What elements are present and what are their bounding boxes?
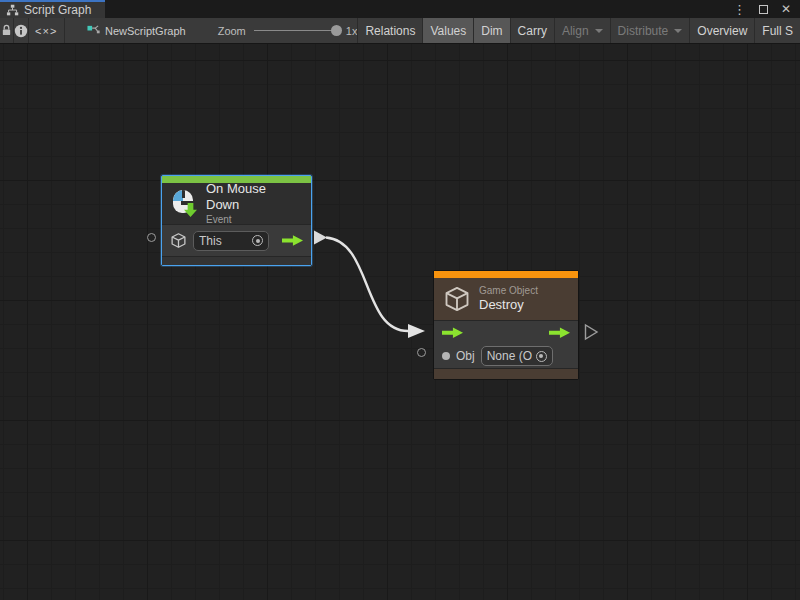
flow-port-row <box>434 321 578 345</box>
node-title: Destroy <box>479 297 538 313</box>
flow-output-arrow-icon[interactable] <box>549 327 570 339</box>
code-icon: <×> <box>35 25 57 37</box>
node-footer <box>434 368 578 379</box>
flow-output-arrow-icon[interactable] <box>282 235 303 247</box>
graph-name-label: NewScriptGraph <box>105 25 186 37</box>
target-field[interactable]: This <box>193 231 269 251</box>
node-destroy[interactable]: Game Object Destroy Obj None (O <box>433 270 579 380</box>
object-picker-icon[interactable] <box>252 235 263 246</box>
node-header[interactable]: Game Object Destroy <box>434 278 578 320</box>
destroy-obj-port[interactable] <box>417 348 426 357</box>
connection-wire[interactable] <box>326 238 408 332</box>
chevron-down-icon <box>595 29 603 33</box>
obj-field[interactable]: None (O <box>481 346 553 366</box>
graph-breadcrumb[interactable]: NewScriptGraph <box>87 18 186 43</box>
align-label: Align <box>562 24 589 38</box>
script-graph-icon <box>87 24 100 37</box>
zoom-control: Zoom 1x <box>218 18 358 43</box>
event-port-row: This <box>162 225 311 256</box>
lock-icon <box>1 24 12 37</box>
tab-script-graph[interactable]: Script Graph <box>0 0 105 18</box>
object-picker-icon[interactable] <box>536 351 547 362</box>
graph-hierarchy-icon <box>6 4 19 17</box>
relations-label: Relations <box>365 24 415 38</box>
gameobject-cube-icon <box>443 285 471 313</box>
graph-canvas[interactable]: On Mouse Down Event This <box>0 44 800 600</box>
node-title: On Mouse Down <box>206 181 302 214</box>
node-subtitle: Game Object <box>479 285 538 298</box>
close-icon[interactable]: ✕ <box>781 3 791 15</box>
tab-bar: Script Graph ⋮ ✕ <box>0 0 800 18</box>
obj-field-value: None (O <box>487 349 532 363</box>
dim-button[interactable]: Dim <box>473 18 509 43</box>
destroy-output-flow-port[interactable] <box>586 325 598 339</box>
mouse-down-icon <box>171 190 198 217</box>
event-target-port[interactable] <box>147 233 156 242</box>
info-icon <box>14 24 28 38</box>
node-footer <box>162 256 311 265</box>
wire-layer <box>0 44 800 600</box>
node-body: This <box>162 224 311 265</box>
node-header[interactable]: On Mouse Down Event <box>162 183 311 224</box>
node-body: Obj None (O <box>434 320 578 379</box>
overview-button[interactable]: Overview <box>689 18 754 43</box>
carry-button[interactable]: Carry <box>510 18 554 43</box>
carry-label: Carry <box>518 24 547 38</box>
code-view-button[interactable]: <×> <box>29 18 65 43</box>
value-port-dot-icon[interactable] <box>442 352 450 360</box>
toolbar-buttons: Relations Values Dim Carry Align Distrib… <box>357 18 800 43</box>
fullscreen-label: Full S <box>762 24 793 38</box>
node-accent-bar <box>434 271 578 278</box>
gameobject-cube-icon <box>170 232 187 249</box>
distribute-dropdown[interactable]: Distribute <box>610 18 690 43</box>
zoom-slider-knob[interactable] <box>331 25 342 36</box>
maximize-icon[interactable] <box>759 5 768 14</box>
graph-toolbar: <×> NewScriptGraph Zoom 1x Relations Val… <box>0 18 800 44</box>
values-button[interactable]: Values <box>422 18 473 43</box>
event-output-flow-port[interactable] <box>314 231 327 245</box>
tab-title: Script Graph <box>24 3 91 17</box>
zoom-label: Zoom <box>218 25 246 37</box>
obj-port-label: Obj <box>456 349 475 363</box>
obj-port-row: Obj None (O <box>434 345 578 369</box>
overview-label: Overview <box>697 24 747 38</box>
distribute-label: Distribute <box>618 24 669 38</box>
inspector-button[interactable] <box>14 18 29 43</box>
align-dropdown[interactable]: Align <box>554 18 610 43</box>
node-on-mouse-down[interactable]: On Mouse Down Event This <box>161 175 312 266</box>
fullscreen-button[interactable]: Full S <box>754 18 800 43</box>
flow-input-arrow-icon[interactable] <box>442 327 463 339</box>
zoom-slider[interactable] <box>254 30 342 31</box>
dim-label: Dim <box>481 24 502 38</box>
menu-kebab-icon[interactable]: ⋮ <box>733 3 746 16</box>
lock-button[interactable] <box>0 18 14 43</box>
zoom-value: 1x <box>346 25 358 37</box>
target-field-value: This <box>199 234 248 248</box>
relations-button[interactable]: Relations <box>357 18 422 43</box>
chevron-down-icon <box>674 29 682 33</box>
connection-arrowhead-icon <box>408 324 425 338</box>
window-controls: ⋮ ✕ <box>733 0 800 18</box>
values-label: Values <box>430 24 466 38</box>
